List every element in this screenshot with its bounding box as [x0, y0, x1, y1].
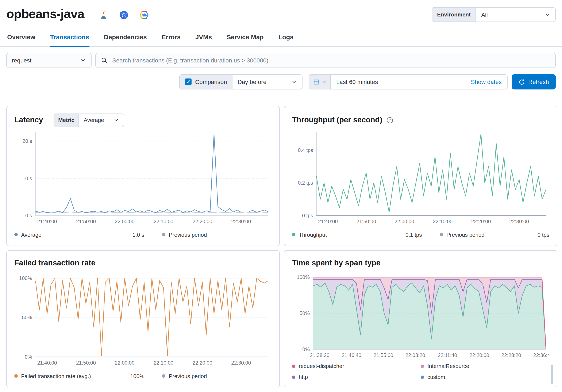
latency-legend: Average 1.0 s Previous period — [14, 228, 272, 241]
svg-text:50%: 50% — [300, 310, 310, 316]
search-bar[interactable] — [95, 53, 556, 68]
page-title: opbeans-java — [6, 7, 84, 21]
svg-text:21:40:00: 21:40:00 — [37, 219, 57, 224]
svg-text:21:40:00: 21:40:00 — [318, 219, 338, 224]
tab-logs[interactable]: Logs — [278, 29, 294, 47]
calendar-icon — [313, 79, 320, 85]
failed-rate-legend: Failed transaction rate (avg.) 100% Prev… — [14, 369, 272, 383]
comparison-checkbox-group[interactable]: Comparison — [179, 75, 233, 89]
legend-dot — [162, 374, 165, 378]
svg-text:100%: 100% — [297, 274, 310, 280]
svg-text:100%: 100% — [19, 275, 32, 281]
span-type-panel: Time spent by span type 0%50%100%21:38:2… — [284, 250, 557, 387]
svg-text:0.4 tps: 0.4 tps — [298, 147, 313, 153]
svg-text:0%: 0% — [25, 354, 32, 360]
check-icon — [186, 79, 190, 84]
help-icon[interactable]: ? — [386, 117, 393, 123]
legend-label: Average — [21, 231, 41, 238]
environment-select[interactable]: Environment All — [432, 7, 556, 22]
date-picker-group: Last 60 minutes Show dates — [309, 74, 508, 89]
svg-text:22:11:40: 22:11:40 — [438, 352, 457, 358]
legend-value: 0 tps — [538, 231, 549, 238]
legend-dot — [14, 374, 18, 378]
legend-dot — [440, 233, 443, 236]
throughput-panel: Throughput (per second) ? 0 tps0.2 tps0.… — [284, 106, 557, 246]
span-type-title: Time spent by span type — [292, 259, 380, 267]
svg-text:22:20:00: 22:20:00 — [193, 360, 212, 366]
metric-select[interactable]: Average — [79, 114, 123, 126]
legend-item-http[interactable]: http — [292, 374, 421, 380]
time-filter-row: Comparison Day before Last 60 min — [0, 74, 562, 89]
search-icon — [101, 57, 108, 64]
refresh-icon — [518, 79, 525, 85]
chevron-down-icon — [544, 12, 550, 18]
legend-item-average[interactable]: Average — [14, 231, 41, 238]
transaction-type-select[interactable]: request — [6, 53, 92, 68]
legend-item-internalresource[interactable]: InternalResource — [421, 363, 549, 369]
legend-dot — [421, 375, 424, 379]
svg-text:0%: 0% — [302, 346, 310, 352]
failed-rate-title: Failed transaction rate — [14, 259, 95, 267]
legend-item-previous-period[interactable]: Previous period — [162, 373, 207, 379]
svg-text:?: ? — [389, 118, 391, 122]
svg-text:21:55:00: 21:55:00 — [374, 352, 393, 358]
apm-service-page: opbeans-java — [0, 0, 562, 392]
svg-text:22:00:00: 22:00:00 — [395, 219, 414, 224]
calendar-button[interactable] — [309, 75, 331, 89]
svg-text:21:50:00: 21:50:00 — [356, 219, 376, 224]
latency-title: Latency — [14, 116, 43, 124]
legend-item-request-dispatcher[interactable]: request-dispatcher — [292, 363, 421, 369]
tab-transactions[interactable]: Transactions — [50, 29, 89, 47]
failed-rate-chart: 0%50%100%21:40:0021:50:0022:00:0022:10:0… — [14, 271, 272, 368]
svg-text:21:50:00: 21:50:00 — [76, 360, 96, 366]
legend-item-previous-period[interactable]: Previous period — [162, 231, 207, 238]
legend-item-previous-period[interactable]: Previous period — [440, 231, 485, 238]
svg-text:22:00:00: 22:00:00 — [115, 360, 134, 366]
comparison-select[interactable]: Day before — [233, 75, 302, 89]
svg-text:22:36:40: 22:36:40 — [533, 352, 549, 358]
java-icon — [98, 10, 108, 20]
svg-text:0.2 tps: 0.2 tps — [298, 180, 313, 186]
environment-value[interactable]: All — [476, 8, 555, 22]
tab-dependencies[interactable]: Dependencies — [104, 29, 147, 47]
legend-item-throughput[interactable]: Throughput — [292, 231, 327, 238]
failed-rate-panel: Failed transaction rate 0%50%100%21:40:0… — [6, 250, 280, 387]
service-icons — [98, 10, 149, 20]
svg-text:22:10:00: 22:10:00 — [433, 219, 453, 224]
search-input[interactable] — [111, 57, 550, 64]
refresh-button[interactable]: Refresh — [512, 74, 556, 89]
legend-item-failed-rate[interactable]: Failed transaction rate (avg.) — [14, 373, 91, 379]
show-dates-link[interactable]: Show dates — [471, 79, 502, 85]
svg-text:50%: 50% — [22, 315, 32, 320]
svg-text:22:10:00: 22:10:00 — [153, 360, 173, 366]
svg-text:22:30:00: 22:30:00 — [231, 360, 251, 366]
span-type-legend: request-dispatcher InternalResource http… — [292, 363, 549, 383]
svg-text:21:40:00: 21:40:00 — [37, 360, 57, 366]
svg-text:20 s: 20 s — [23, 138, 32, 144]
header: opbeans-java — [0, 0, 562, 21]
time-range-display[interactable]: Last 60 minutes Show dates — [331, 75, 507, 89]
tab-service-map[interactable]: Service Map — [226, 29, 264, 47]
legend-dot — [162, 233, 165, 236]
legend-dot — [292, 233, 295, 236]
tab-jvms[interactable]: JVMs — [195, 29, 212, 47]
comparison-checkbox[interactable] — [185, 79, 191, 85]
tab-overview[interactable]: Overview — [7, 29, 36, 47]
charts-grid: Latency Metric Average 0 s10 s20 s21:40:… — [0, 106, 562, 387]
legend-item-custom[interactable]: custom — [421, 374, 549, 380]
legend-value: 0.1 tps — [405, 231, 422, 238]
metric-select-group: Metric Average — [54, 113, 124, 127]
svg-text:0 tps: 0 tps — [302, 213, 313, 218]
svg-text:21:38:20: 21:38:20 — [310, 352, 329, 358]
svg-text:22:30:00: 22:30:00 — [509, 219, 529, 224]
legend-dot — [292, 375, 295, 379]
svg-text:21:46:40: 21:46:40 — [341, 352, 361, 358]
scrollbar[interactable] — [550, 365, 553, 384]
kubernetes-icon — [119, 10, 129, 20]
legend-value: 1.0 s — [132, 231, 144, 238]
svg-text:22:28:20: 22:28:20 — [502, 352, 521, 358]
legend-label: custom — [427, 374, 445, 380]
tab-errors[interactable]: Errors — [161, 29, 181, 47]
svg-text:22:03:20: 22:03:20 — [405, 352, 425, 358]
legend-label: Throughput — [299, 231, 327, 238]
